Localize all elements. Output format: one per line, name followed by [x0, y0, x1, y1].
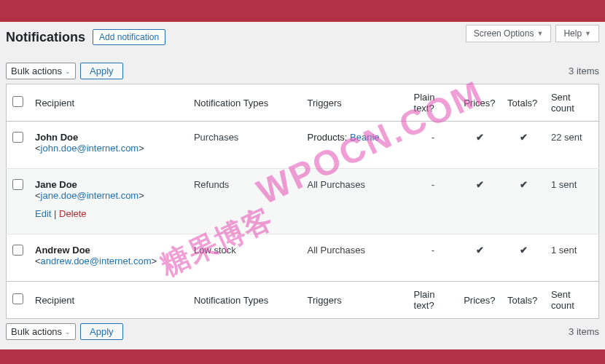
row-checkbox[interactable] [12, 132, 23, 143]
prices-cell: ✔ [458, 234, 501, 282]
separator: | [51, 208, 59, 219]
col-header-totals[interactable]: Totals? [501, 84, 545, 122]
screen-options-label: Screen Options [474, 28, 534, 39]
recipient-name: John Doe [35, 132, 78, 143]
notification-type: Low stock [188, 234, 302, 282]
col-footer-prices: Prices? [458, 282, 501, 319]
select-all-checkbox-bottom[interactable] [12, 293, 23, 304]
row-checkbox[interactable] [12, 245, 23, 256]
items-count-top: 3 items [569, 66, 599, 76]
plain-text-cell: - [408, 169, 458, 234]
table-row: Jane Doe <jane.doe@internet.com>Edit | D… [7, 169, 599, 234]
col-footer-totals: Totals? [501, 282, 545, 319]
select-all-checkbox-top[interactable] [12, 96, 23, 107]
col-header-sent[interactable]: Sent count [545, 84, 599, 122]
bulk-actions-label: Bulk actions [11, 326, 62, 337]
trigger-cell: All Purchases [302, 234, 408, 282]
page-title: Notifications [6, 30, 85, 45]
col-header-prices[interactable]: Prices? [458, 84, 501, 122]
totals-cell: ✔ [501, 234, 545, 282]
edit-link[interactable]: Edit [35, 208, 51, 219]
prices-cell: ✔ [458, 169, 501, 234]
trigger-product-link[interactable]: Beanie [350, 132, 379, 143]
recipient-email-link[interactable]: andrew.doe@internet.com [41, 256, 152, 266]
sent-count-cell: 1 sent [545, 234, 599, 282]
col-header-recipient[interactable]: Recipient [29, 84, 188, 122]
notification-type: Purchases [188, 122, 302, 169]
recipient-email-link[interactable]: jane.doe@internet.com [41, 190, 139, 201]
tablenav-top: Bulk actions ⌄ Apply 3 items [6, 58, 599, 84]
bulk-actions-select[interactable]: Bulk actions ⌄ [6, 63, 76, 79]
totals-cell: ✔ [501, 169, 545, 234]
chevron-down-icon: ⌄ [65, 68, 71, 75]
bulk-actions-select-bottom[interactable]: Bulk actions ⌄ [6, 323, 76, 340]
caret-down-icon: ▼ [536, 30, 543, 37]
trigger-cell: All Purchases [302, 169, 408, 234]
notifications-table: Recipient Notification Types Triggers Pl… [6, 84, 599, 319]
plain-text-cell: - [408, 122, 458, 169]
sent-count-cell: 22 sent [545, 122, 599, 169]
add-notification-button[interactable]: Add notification [93, 29, 165, 45]
table-row: Andrew Doe <andrew.doe@internet.com>Low … [7, 234, 599, 282]
col-header-triggers[interactable]: Triggers [302, 84, 408, 122]
col-header-plain[interactable]: Plain text? [408, 84, 458, 122]
apply-button-top[interactable]: Apply [80, 63, 123, 79]
help-button[interactable]: Help ▼ [555, 25, 599, 42]
col-footer-recipient: Recipient [29, 282, 188, 319]
notification-type: Refunds [188, 169, 302, 234]
help-label: Help [563, 28, 582, 39]
recipient-email-link[interactable]: john.doe@internet.com [41, 143, 139, 154]
apply-button-bottom[interactable]: Apply [80, 323, 123, 340]
screen-options-button[interactable]: Screen Options ▼ [466, 25, 552, 42]
chevron-down-icon: ⌄ [65, 328, 71, 336]
col-footer-triggers: Triggers [302, 282, 408, 319]
delete-link[interactable]: Delete [59, 208, 87, 219]
caret-down-icon: ▼ [585, 30, 591, 37]
plain-text-cell: - [408, 234, 458, 282]
items-count-bottom: 3 items [569, 326, 599, 337]
totals-cell: ✔ [501, 122, 545, 169]
trigger-cell: Products: Beanie [302, 122, 408, 169]
prices-cell: ✔ [458, 122, 501, 169]
row-checkbox[interactable] [12, 179, 23, 190]
bulk-actions-label: Bulk actions [11, 66, 62, 76]
recipient-name: Andrew Doe [35, 245, 90, 256]
sent-count-cell: 1 sent [545, 169, 599, 234]
tablenav-bottom: Bulk actions ⌄ Apply 3 items [6, 319, 599, 344]
col-header-types[interactable]: Notification Types [188, 84, 302, 122]
col-footer-sent: Sent count [545, 282, 599, 319]
col-footer-plain: Plain text? [408, 282, 458, 319]
recipient-name: Jane Doe [35, 179, 77, 190]
table-row: John Doe <john.doe@internet.com>Purchase… [7, 122, 599, 169]
col-footer-types: Notification Types [188, 282, 302, 319]
